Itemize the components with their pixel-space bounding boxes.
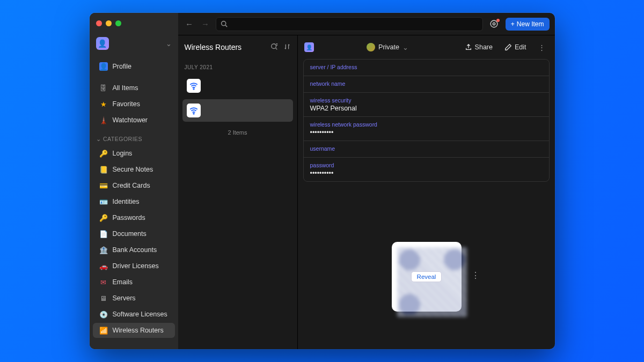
sidebar-item-label: Identities (113, 198, 140, 205)
field-server-ip[interactable]: server / IP address (304, 60, 549, 76)
sidebar-item-label: Servers (113, 294, 136, 302)
sidebar-item-logins[interactable]: 🔑Logins (93, 146, 175, 161)
item-list-column: Wireless Routers JULY 2021 (178, 35, 298, 349)
svg-point-0 (221, 21, 225, 26)
key-icon: 🔑 (99, 149, 108, 158)
account-avatar-icon: 👤 (96, 37, 109, 50)
field-wireless-password[interactable]: wireless network password •••••••••• (304, 117, 549, 141)
sidebar-item-passwords[interactable]: 🔑Passwords (93, 210, 175, 225)
maximize-window-button[interactable] (115, 20, 121, 26)
watchtower-icon: 🗼 (99, 116, 108, 124)
notifications-button[interactable] (487, 17, 501, 31)
chevron-down-icon: ⌄ (96, 136, 101, 142)
sidebar-item-documents[interactable]: 📄Documents (93, 226, 175, 241)
sidebar-item-label: Documents (113, 230, 147, 238)
sidebar-item-label: Watchtower (113, 116, 148, 124)
window-controls (90, 18, 178, 34)
chevron-down-icon: ⌄ (166, 40, 172, 48)
qr-more-button[interactable]: ⋮ (471, 270, 480, 280)
svg-point-8 (193, 88, 194, 90)
sidebar-item-all-items[interactable]: 🗄 All Items (93, 80, 175, 95)
pencil-icon (504, 43, 512, 51)
list-item[interactable] (182, 99, 293, 122)
vault-icon (367, 43, 375, 51)
svg-line-5 (275, 48, 277, 49)
filter-icon (270, 43, 278, 50)
new-item-button[interactable]: + New Item (506, 18, 550, 31)
field-network-name[interactable]: network name (304, 76, 549, 93)
vault-name: Private (378, 43, 399, 51)
minimize-window-button[interactable] (106, 20, 112, 26)
more-button[interactable]: ⋮ (535, 41, 548, 54)
sidebar-item-label: Credit Cards (113, 182, 150, 189)
field-value: WPA2 Personal (310, 105, 543, 112)
svg-point-4 (271, 43, 276, 48)
disc-icon: 💿 (99, 310, 108, 319)
notification-dot-icon (496, 19, 500, 22)
search-input[interactable] (216, 17, 483, 31)
toolbar: ← → + New Item (178, 13, 555, 35)
svg-point-3 (493, 23, 495, 25)
router-item-icon (187, 79, 201, 93)
star-icon: ★ (99, 100, 108, 108)
nav-back-button[interactable]: ← (184, 18, 195, 30)
reveal-qr-button[interactable]: Reveal (411, 271, 442, 282)
field-username[interactable]: username (304, 141, 549, 158)
sidebar-item-profile[interactable]: 👤 Profile (93, 59, 175, 74)
vault-selector[interactable]: Private ⌄ (367, 43, 408, 51)
sidebar-item-identities[interactable]: 🪪Identities (93, 194, 175, 209)
sidebar-item-credit-cards[interactable]: 💳Credit Cards (93, 178, 175, 193)
sidebar-item-watchtower[interactable]: 🗼 Watchtower (93, 113, 175, 128)
field-label: server / IP address (310, 64, 543, 70)
sidebar-item-label: Driver Licenses (113, 262, 159, 270)
qr-code-blurred (397, 247, 467, 317)
id-card-icon: 🪪 (99, 197, 108, 206)
drawer-icon: 🗄 (99, 84, 108, 92)
field-label: wireless security (310, 97, 543, 104)
sort-icon (283, 43, 291, 50)
categories-heading: ⌄ CATEGORIES (90, 128, 178, 145)
detail-fields: server / IP address network name wireles… (303, 59, 550, 182)
sidebar-item-label: Secure Notes (113, 166, 153, 173)
wifi-icon: 📶 (99, 326, 108, 335)
sidebar-item-bank-accounts[interactable]: 🏦Bank Accounts (93, 242, 175, 257)
sidebar-item-wireless-routers[interactable]: 📶Wireless Routers (93, 323, 175, 338)
nav-forward-button[interactable]: → (200, 18, 211, 30)
sidebar-item-label: Passwords (113, 214, 145, 221)
share-button[interactable]: Share (462, 41, 496, 53)
account-switcher[interactable]: 👤 ⌄ (90, 34, 178, 58)
sidebar-item-emails[interactable]: ✉Emails (93, 275, 175, 290)
field-password[interactable]: password •••••••••• (304, 158, 549, 181)
server-icon: 🖥 (99, 294, 108, 302)
note-icon: 📒 (99, 165, 108, 174)
field-value: •••••••••• (310, 169, 543, 177)
item-count-label: 2 Items (178, 123, 297, 142)
field-label: wireless network password (310, 121, 543, 128)
sidebar-item-label: Software Licenses (113, 311, 167, 318)
sidebar-item-favorites[interactable]: ★ Favorites (93, 97, 175, 112)
share-icon (465, 43, 472, 51)
field-wireless-security[interactable]: wireless security WPA2 Personal (304, 93, 549, 117)
wifi-icon (189, 81, 199, 91)
filter-button[interactable] (270, 43, 278, 52)
edit-button[interactable]: Edit (501, 41, 530, 53)
sidebar-item-label: Emails (113, 278, 133, 286)
app-window: 👤 ⌄ 👤 Profile 🗄 All Items ★ Favorites 🗼 … (90, 13, 555, 349)
content-area: Wireless Routers JULY 2021 (178, 35, 555, 349)
router-item-icon (187, 104, 201, 117)
sidebar-item-servers[interactable]: 🖥Servers (93, 291, 175, 306)
list-header: Wireless Routers (178, 35, 297, 59)
sort-button[interactable] (283, 43, 291, 52)
app-badge-icon: 👤 (304, 42, 314, 52)
sidebar-item-secure-notes[interactable]: 📒Secure Notes (93, 162, 175, 177)
list-item[interactable] (182, 75, 293, 97)
chevron-down-icon: ⌄ (402, 43, 408, 51)
sidebar-item-driver-licenses[interactable]: 🚗Driver Licenses (93, 258, 175, 274)
list-date-group: JULY 2021 (178, 59, 297, 73)
detail-header: 👤 Private ⌄ Share Edit (298, 35, 555, 59)
license-icon: 🚗 (99, 262, 108, 270)
close-window-button[interactable] (96, 20, 102, 26)
field-label: network name (310, 80, 543, 87)
bank-icon: 🏦 (99, 246, 108, 254)
sidebar-item-software-licenses[interactable]: 💿Software Licenses (93, 307, 175, 322)
